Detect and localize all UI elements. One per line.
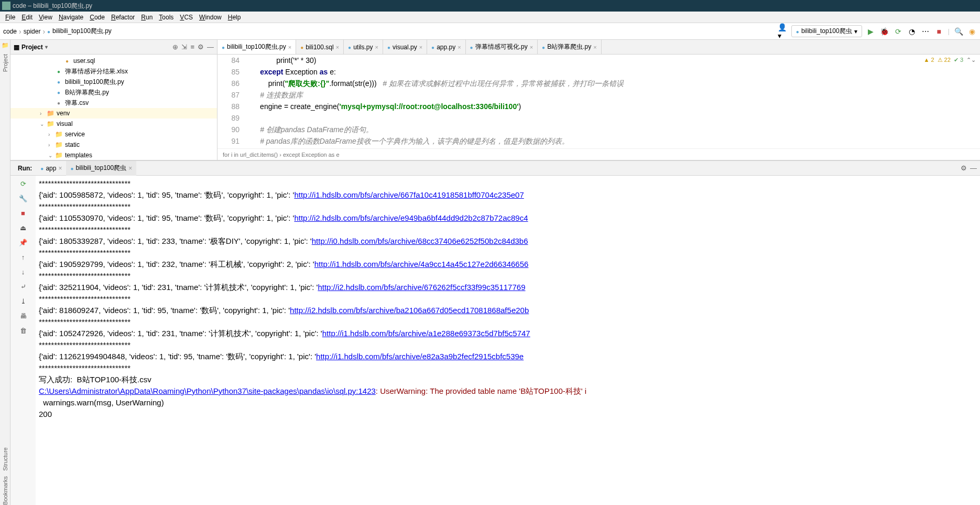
editor-tabstrip[interactable]: bilibili_top100爬虫.py×bili100.sql×utils.p…: [217, 40, 980, 55]
file-icon: [55, 152, 63, 159]
menu-refactor[interactable]: Refactor: [108, 14, 138, 21]
tree-item-label: B站弹幕爬虫.py: [65, 88, 109, 97]
run-config-dropdown[interactable]: bilibili_top100爬虫 ▾: [791, 25, 862, 37]
editor-tab[interactable]: B站弹幕爬虫.py×: [538, 40, 602, 54]
editor-tab[interactable]: 弹幕情感可视化.py×: [466, 40, 538, 54]
tree-item[interactable]: 弹幕情感评分结果.xlsx: [10, 66, 217, 77]
url-link[interactable]: http://i1.hdslb.com/bfs/archive/667fa10c…: [294, 190, 524, 199]
up-icon[interactable]: ↑: [18, 252, 28, 262]
tree-item[interactable]: user.sql: [10, 56, 217, 66]
pin-icon[interactable]: 📌: [18, 238, 28, 247]
editor-tab[interactable]: app.py×: [427, 40, 466, 54]
menu-file[interactable]: File: [2, 14, 18, 21]
close-icon[interactable]: ×: [458, 44, 461, 50]
menu-view[interactable]: View: [36, 14, 56, 21]
scroll-end-icon[interactable]: ⤓: [18, 296, 28, 306]
hide-icon[interactable]: —: [970, 164, 977, 172]
project-gutter-label[interactable]: Project: [2, 54, 8, 72]
tree-item[interactable]: B站弹幕爬虫.py: [10, 87, 217, 98]
close-icon[interactable]: ×: [288, 44, 291, 50]
file-icon: [46, 120, 55, 127]
menu-vcs[interactable]: VCS: [177, 14, 196, 21]
soft-wrap-icon[interactable]: ⤶: [18, 282, 28, 291]
run-tab[interactable]: app ×: [36, 161, 66, 176]
breadcrumb[interactable]: code › spider › bilibili_top100爬虫.py: [3, 27, 112, 36]
console-output[interactable]: ******************************{'aid': 10…: [36, 176, 980, 505]
exit-icon[interactable]: ⏏: [18, 223, 28, 232]
tree-item[interactable]: ⌄templates: [10, 150, 217, 160]
url-link[interactable]: http://i2.hdslb.com/bfs/archive/e949ba6b…: [294, 213, 528, 222]
chevron-up-down-icon[interactable]: ⌃⌄: [966, 57, 976, 63]
url-link[interactable]: http://i1.hdslb.com/bfs/archive/4a9cc14a…: [314, 260, 529, 268]
rerun-icon[interactable]: ⟳: [18, 179, 28, 188]
close-icon[interactable]: ×: [530, 44, 533, 50]
tree-item[interactable]: ›static: [10, 139, 217, 150]
close-icon[interactable]: ×: [419, 44, 422, 50]
close-icon[interactable]: ×: [128, 165, 132, 172]
tree-item[interactable]: 弹幕.csv: [10, 98, 217, 108]
url-link[interactable]: http://i1.hdslb.com/bfs/archive/a1e288e6…: [322, 329, 530, 338]
menu-tools[interactable]: Tools: [156, 14, 177, 21]
select-opened-file-icon[interactable]: ⊕: [172, 43, 178, 51]
editor-tab[interactable]: utils.py×: [344, 40, 383, 54]
close-icon[interactable]: ×: [336, 44, 339, 50]
url-link[interactable]: http://i2.hdslb.com/bfs/archive/ba2106a6…: [290, 306, 529, 315]
collapse-all-icon[interactable]: ≡: [190, 43, 194, 51]
stop-icon[interactable]: ■: [18, 208, 28, 218]
more-run-icon[interactable]: ⋯: [921, 27, 930, 36]
url-link[interactable]: http://i1.hdslb.com/bfs/archive/e82a3a9b…: [316, 352, 524, 361]
wrench-icon[interactable]: 🔧: [18, 194, 28, 203]
editor-body[interactable]: ▲ 2 ⚠ 22 ✔ 3 ⌃⌄ 8485868788899091 print('…: [217, 55, 980, 148]
tree-item[interactable]: ›service: [10, 129, 217, 139]
file-link[interactable]: C:\Users\Administrator\AppData\Roaming\P…: [39, 386, 376, 395]
editor-tab[interactable]: bili100.sql×: [296, 40, 344, 54]
expand-all-icon[interactable]: ⇲: [181, 43, 187, 51]
menu-window[interactable]: Window: [196, 14, 225, 21]
structure-breadcrumb[interactable]: for i in url_dict.items() › except Excep…: [217, 148, 980, 160]
main-menubar[interactable]: FileEditViewNavigateCodeRefactorRunTools…: [0, 12, 980, 23]
search-icon[interactable]: 🔍: [954, 27, 963, 36]
run-button[interactable]: ▶: [866, 27, 876, 36]
editor-tab[interactable]: bilibili_top100爬虫.py×: [217, 40, 296, 54]
bookmarks-gutter-label[interactable]: Bookmarks: [2, 476, 8, 505]
inspection-indicators[interactable]: ▲ 2 ⚠ 22 ✔ 3 ⌃⌄: [923, 57, 976, 63]
editor-tab[interactable]: visual.py×: [383, 40, 427, 54]
close-icon[interactable]: ×: [58, 165, 62, 172]
stop-button[interactable]: ■: [934, 27, 944, 36]
trash-icon[interactable]: 🗑: [18, 326, 28, 335]
breadcrumb-file[interactable]: bilibili_top100爬虫.py: [52, 27, 112, 36]
user-icon[interactable]: 👤▾: [778, 27, 787, 36]
breadcrumb-root[interactable]: code: [3, 28, 17, 35]
structure-gutter-label[interactable]: Structure: [2, 447, 8, 471]
menu-run[interactable]: Run: [138, 14, 156, 21]
project-tree[interactable]: user.sql弹幕情感评分结果.xlsxbilibili_top100爬虫.p…: [10, 55, 217, 160]
chevron-down-icon[interactable]: ▾: [45, 44, 48, 50]
url-link[interactable]: http://i2.hdslb.com/bfs/archive/676262f5…: [318, 283, 525, 292]
run-coverage-button[interactable]: ⟳: [894, 27, 903, 36]
close-icon[interactable]: ×: [375, 44, 378, 50]
run-tab[interactable]: bilibili_top100爬虫 ×: [66, 161, 136, 176]
menu-help[interactable]: Help: [225, 14, 244, 21]
hide-icon[interactable]: —: [207, 43, 214, 51]
code-text[interactable]: print('*' * 30) except Exception as e: p…: [244, 55, 980, 148]
menu-edit[interactable]: Edit: [18, 14, 36, 21]
tree-item[interactable]: bilibili_top100爬虫.py: [10, 77, 217, 87]
settings-icon[interactable]: ⚙: [961, 164, 967, 172]
menu-navigate[interactable]: Navigate: [56, 14, 86, 21]
breadcrumb-folder[interactable]: spider: [24, 28, 41, 35]
tree-item[interactable]: ⌄visual: [10, 119, 217, 129]
window-titlebar: code – bilibili_top100爬虫.py: [0, 0, 980, 12]
close-icon[interactable]: ×: [593, 44, 596, 50]
tree-item-label: 弹幕.csv: [65, 99, 89, 108]
url-link[interactable]: http://i0.hdslb.com/bfs/archive/68cc3740…: [312, 237, 528, 245]
ide-updates-icon[interactable]: ◉: [967, 27, 977, 36]
project-tool-button[interactable]: 📁: [2, 42, 9, 49]
debug-button[interactable]: 🐞: [880, 27, 889, 36]
settings-icon[interactable]: ⚙: [198, 43, 204, 51]
menu-code[interactable]: Code: [86, 14, 108, 21]
project-panel-title[interactable]: Project: [21, 44, 43, 51]
print-icon[interactable]: 🖶: [18, 311, 28, 320]
tree-item[interactable]: ›venv: [10, 108, 217, 119]
profile-button[interactable]: ◔: [907, 27, 917, 36]
down-icon[interactable]: ↓: [18, 267, 28, 276]
